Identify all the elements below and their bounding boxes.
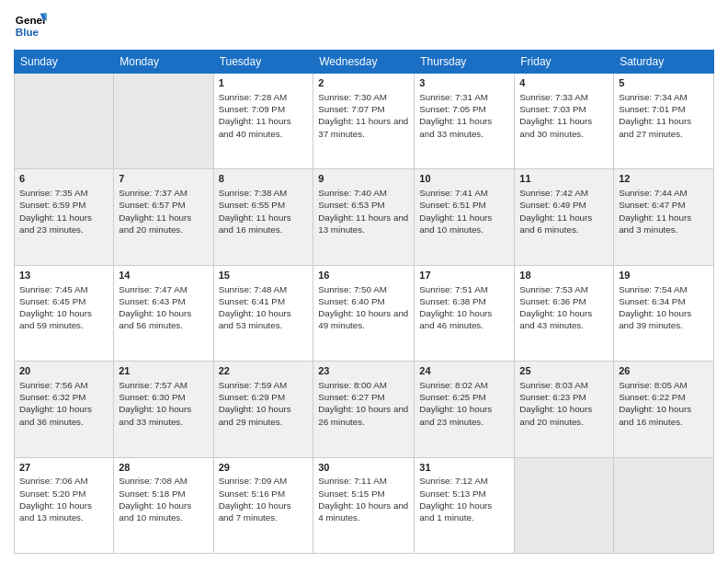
day-info: Sunrise: 7:44 AM Sunset: 6:47 PM Dayligh…	[619, 187, 709, 236]
day-info: Sunrise: 7:11 AM Sunset: 5:15 PM Dayligh…	[318, 475, 409, 523]
day-info: Sunrise: 7:35 AM Sunset: 6:59 PM Dayligh…	[19, 187, 108, 236]
day-info: Sunrise: 7:30 AM Sunset: 7:07 PM Dayligh…	[318, 91, 409, 140]
day-info: Sunrise: 8:02 AM Sunset: 6:25 PM Dayligh…	[419, 379, 509, 428]
day-info: Sunrise: 7:33 AM Sunset: 7:03 PM Dayligh…	[519, 91, 609, 140]
day-number: 5	[619, 76, 709, 90]
calendar-cell: 9Sunrise: 7:40 AM Sunset: 6:53 PM Daylig…	[313, 169, 415, 265]
day-info: Sunrise: 8:03 AM Sunset: 6:23 PM Dayligh…	[519, 379, 609, 428]
day-info: Sunrise: 7:48 AM Sunset: 6:41 PM Dayligh…	[219, 283, 309, 332]
day-info: Sunrise: 7:28 AM Sunset: 7:09 PM Dayligh…	[219, 91, 309, 140]
calendar-cell: 3Sunrise: 7:31 AM Sunset: 7:05 PM Daylig…	[415, 74, 515, 169]
calendar-header-friday: Friday	[515, 51, 614, 74]
calendar-cell: 5Sunrise: 7:34 AM Sunset: 7:01 PM Daylig…	[614, 74, 714, 169]
calendar-header-row: SundayMondayTuesdayWednesdayThursdayFrid…	[15, 51, 714, 74]
day-number: 22	[219, 364, 309, 378]
day-info: Sunrise: 8:00 AM Sunset: 6:27 PM Dayligh…	[318, 379, 409, 428]
calendar-week-row: 27Sunrise: 7:06 AM Sunset: 5:20 PM Dayli…	[15, 457, 714, 553]
calendar-cell: 1Sunrise: 7:28 AM Sunset: 7:09 PM Daylig…	[213, 74, 313, 169]
day-number: 12	[619, 172, 709, 186]
calendar-header-monday: Monday	[114, 51, 213, 74]
day-number: 1	[219, 76, 309, 90]
calendar-cell	[114, 74, 213, 169]
day-number: 24	[419, 364, 509, 378]
header: General Blue	[14, 9, 714, 42]
calendar-header-sunday: Sunday	[15, 51, 114, 74]
calendar-cell	[614, 457, 714, 553]
calendar-cell: 15Sunrise: 7:48 AM Sunset: 6:41 PM Dayli…	[213, 265, 313, 361]
calendar-cell	[15, 74, 114, 169]
day-number: 15	[219, 269, 309, 282]
calendar-week-row: 13Sunrise: 7:45 AM Sunset: 6:45 PM Dayli…	[15, 265, 714, 361]
svg-text:Blue: Blue	[16, 26, 40, 38]
day-info: Sunrise: 7:37 AM Sunset: 6:57 PM Dayligh…	[119, 187, 208, 236]
day-info: Sunrise: 7:09 AM Sunset: 5:16 PM Dayligh…	[219, 475, 309, 523]
day-number: 31	[419, 461, 509, 475]
day-info: Sunrise: 7:57 AM Sunset: 6:30 PM Dayligh…	[119, 379, 208, 428]
day-info: Sunrise: 7:12 AM Sunset: 5:13 PM Dayligh…	[419, 475, 509, 523]
calendar-cell: 20Sunrise: 7:56 AM Sunset: 6:32 PM Dayli…	[15, 362, 114, 457]
page: General Blue SundayMondayTuesdayWednesda…	[0, 0, 728, 563]
day-info: Sunrise: 7:51 AM Sunset: 6:38 PM Dayligh…	[419, 283, 509, 332]
calendar-cell: 21Sunrise: 7:57 AM Sunset: 6:30 PM Dayli…	[114, 362, 213, 457]
day-number: 6	[19, 172, 108, 186]
calendar-week-row: 1Sunrise: 7:28 AM Sunset: 7:09 PM Daylig…	[15, 74, 714, 169]
calendar-cell: 28Sunrise: 7:08 AM Sunset: 5:18 PM Dayli…	[114, 457, 213, 553]
day-number: 7	[119, 172, 208, 186]
day-number: 4	[519, 76, 609, 90]
calendar-cell: 11Sunrise: 7:42 AM Sunset: 6:49 PM Dayli…	[515, 169, 614, 265]
day-info: Sunrise: 7:31 AM Sunset: 7:05 PM Dayligh…	[419, 91, 509, 140]
calendar-cell: 4Sunrise: 7:33 AM Sunset: 7:03 PM Daylig…	[515, 74, 614, 169]
calendar-header-wednesday: Wednesday	[313, 51, 415, 74]
day-info: Sunrise: 8:05 AM Sunset: 6:22 PM Dayligh…	[619, 379, 709, 428]
calendar-cell: 10Sunrise: 7:41 AM Sunset: 6:51 PM Dayli…	[415, 169, 515, 265]
day-number: 11	[519, 172, 609, 186]
calendar-cell: 27Sunrise: 7:06 AM Sunset: 5:20 PM Dayli…	[15, 457, 114, 553]
calendar-week-row: 20Sunrise: 7:56 AM Sunset: 6:32 PM Dayli…	[15, 362, 714, 457]
day-info: Sunrise: 7:53 AM Sunset: 6:36 PM Dayligh…	[519, 283, 609, 332]
day-info: Sunrise: 7:56 AM Sunset: 6:32 PM Dayligh…	[19, 379, 108, 428]
day-number: 21	[119, 364, 208, 378]
calendar-cell: 29Sunrise: 7:09 AM Sunset: 5:16 PM Dayli…	[213, 457, 313, 553]
calendar-cell: 22Sunrise: 7:59 AM Sunset: 6:29 PM Dayli…	[213, 362, 313, 457]
day-number: 8	[219, 172, 309, 186]
calendar-header-saturday: Saturday	[614, 51, 714, 74]
calendar-cell	[515, 457, 614, 553]
calendar-cell: 14Sunrise: 7:47 AM Sunset: 6:43 PM Dayli…	[114, 265, 213, 361]
day-number: 17	[419, 269, 509, 282]
day-info: Sunrise: 7:40 AM Sunset: 6:53 PM Dayligh…	[318, 187, 409, 236]
day-info: Sunrise: 7:08 AM Sunset: 5:18 PM Dayligh…	[119, 475, 208, 523]
day-number: 27	[19, 461, 108, 475]
day-number: 26	[619, 364, 709, 378]
day-number: 9	[318, 172, 409, 186]
day-info: Sunrise: 7:38 AM Sunset: 6:55 PM Dayligh…	[219, 187, 309, 236]
logo: General Blue	[14, 9, 47, 42]
calendar-table: SundayMondayTuesdayWednesdayThursdayFrid…	[14, 50, 714, 554]
calendar-week-row: 6Sunrise: 7:35 AM Sunset: 6:59 PM Daylig…	[15, 169, 714, 265]
calendar-header-thursday: Thursday	[415, 51, 515, 74]
day-info: Sunrise: 7:41 AM Sunset: 6:51 PM Dayligh…	[419, 187, 509, 236]
day-info: Sunrise: 7:50 AM Sunset: 6:40 PM Dayligh…	[318, 283, 409, 332]
calendar-cell: 7Sunrise: 7:37 AM Sunset: 6:57 PM Daylig…	[114, 169, 213, 265]
day-info: Sunrise: 7:42 AM Sunset: 6:49 PM Dayligh…	[519, 187, 609, 236]
calendar-header-tuesday: Tuesday	[213, 51, 313, 74]
day-info: Sunrise: 7:34 AM Sunset: 7:01 PM Dayligh…	[619, 91, 709, 140]
calendar-cell: 8Sunrise: 7:38 AM Sunset: 6:55 PM Daylig…	[213, 169, 313, 265]
day-number: 14	[119, 269, 208, 282]
day-number: 25	[519, 364, 609, 378]
calendar-cell: 26Sunrise: 8:05 AM Sunset: 6:22 PM Dayli…	[614, 362, 714, 457]
calendar-cell: 13Sunrise: 7:45 AM Sunset: 6:45 PM Dayli…	[15, 265, 114, 361]
day-number: 20	[19, 364, 108, 378]
day-info: Sunrise: 7:06 AM Sunset: 5:20 PM Dayligh…	[19, 475, 108, 523]
calendar-cell: 23Sunrise: 8:00 AM Sunset: 6:27 PM Dayli…	[313, 362, 415, 457]
calendar-cell: 12Sunrise: 7:44 AM Sunset: 6:47 PM Dayli…	[614, 169, 714, 265]
day-number: 19	[619, 269, 709, 282]
day-number: 2	[318, 76, 409, 90]
day-number: 28	[119, 461, 208, 475]
calendar-cell: 31Sunrise: 7:12 AM Sunset: 5:13 PM Dayli…	[415, 457, 515, 553]
day-number: 23	[318, 364, 409, 378]
day-number: 30	[318, 461, 409, 475]
calendar-cell: 19Sunrise: 7:54 AM Sunset: 6:34 PM Dayli…	[614, 265, 714, 361]
calendar-cell: 24Sunrise: 8:02 AM Sunset: 6:25 PM Dayli…	[415, 362, 515, 457]
calendar-cell: 2Sunrise: 7:30 AM Sunset: 7:07 PM Daylig…	[313, 74, 415, 169]
day-number: 18	[519, 269, 609, 282]
